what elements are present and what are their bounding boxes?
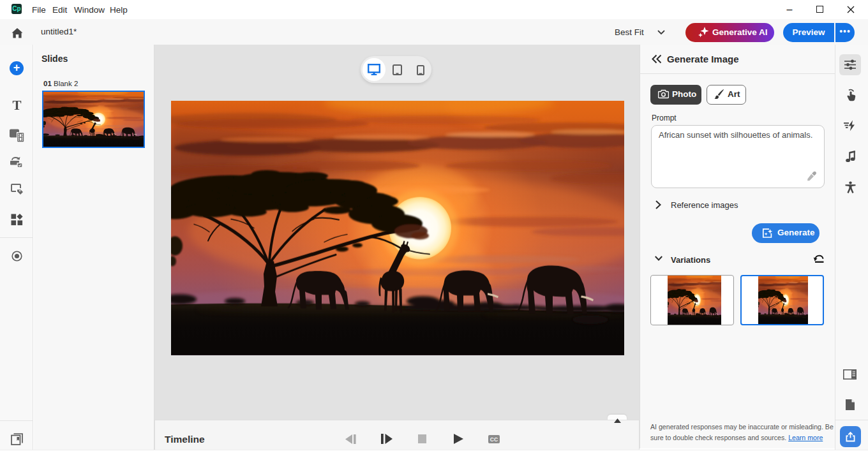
svg-text:T: T [12,99,21,112]
svg-text:CC: CC [490,436,498,443]
